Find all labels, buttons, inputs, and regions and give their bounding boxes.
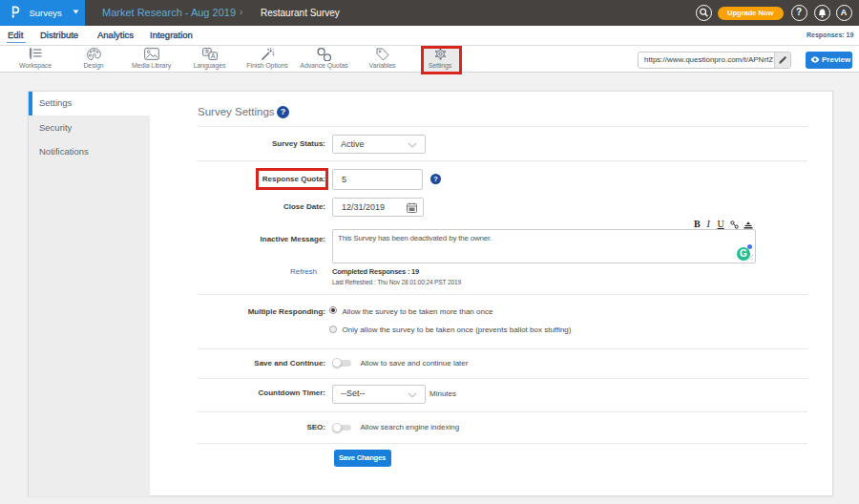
svg-text:A: A — [211, 52, 216, 59]
